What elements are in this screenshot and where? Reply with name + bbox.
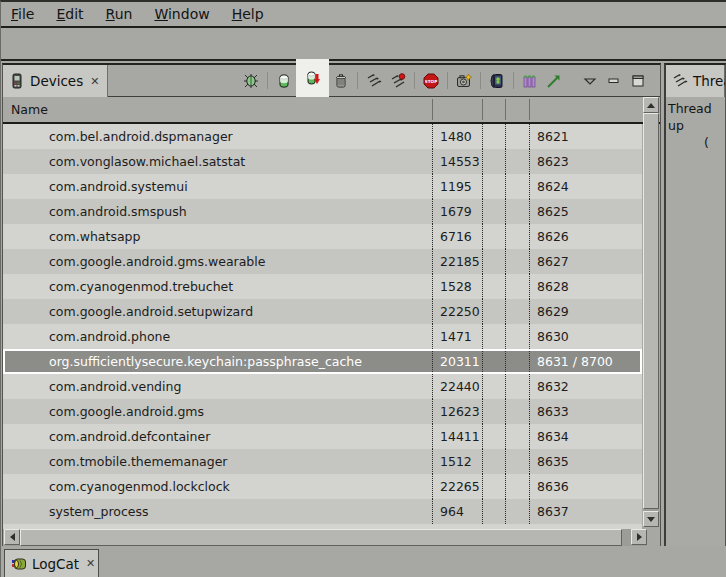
cell-port: 8630: [529, 324, 642, 349]
cell-port: 8624: [529, 174, 642, 199]
cell-name: com.whatsapp: [3, 224, 432, 249]
scroll-left-button[interactable]: [4, 529, 20, 545]
minimize-button[interactable]: [602, 65, 626, 97]
cell-pid: 1679: [432, 199, 482, 224]
table-row[interactable]: com.android.phone14718630: [3, 324, 642, 349]
start-method-profiling-button[interactable]: [386, 65, 410, 97]
table-body: com.bel.android.dspmanager14808621com.vo…: [3, 124, 642, 529]
cause-gc-button[interactable]: [329, 65, 353, 97]
chart-button[interactable]: [542, 65, 566, 97]
svg-text:STOP: STOP: [425, 79, 438, 84]
green-arrow-icon: [546, 73, 562, 89]
table-row[interactable]: com.android.defcontainer144118634: [3, 424, 642, 449]
chevron-down-icon: [582, 73, 598, 89]
cell-port: 8625: [529, 199, 642, 224]
cell-e2: [505, 274, 529, 299]
menu-window[interactable]: Window: [150, 3, 213, 25]
maximize-button[interactable]: [626, 65, 650, 97]
table-row[interactable]: com.tmobile.thememanager15128635: [3, 449, 642, 474]
minimize-icon: [606, 73, 622, 89]
cell-e1: [482, 199, 505, 224]
tab-devices-close-icon[interactable]: ✕: [88, 75, 99, 88]
cell-pid: 964: [432, 499, 482, 524]
toolbar-separator: [513, 72, 514, 89]
cell-pid: 1528: [432, 274, 482, 299]
view-menu-button[interactable]: [578, 65, 602, 97]
scroll-up-button[interactable]: [643, 97, 659, 113]
cell-e2: [505, 174, 529, 199]
column-header-pid[interactable]: [432, 99, 482, 120]
vertical-scrollbar[interactable]: [643, 97, 659, 527]
cell-name: com.android.smspush: [3, 199, 432, 224]
devices-view: Devices ✕: [2, 63, 661, 548]
arrow-down-icon: [647, 517, 655, 522]
cell-port: 8629: [529, 299, 642, 324]
column-header-3[interactable]: [505, 99, 529, 120]
cell-e2: [505, 199, 529, 224]
cell-e1: [482, 149, 505, 174]
debug-process-button[interactable]: [239, 65, 263, 97]
table-row[interactable]: com.vonglasow.michael.satstat145538623: [3, 149, 642, 174]
logcat-icon: [11, 556, 27, 572]
table-row[interactable]: com.cyanogenmod.lockclock222658636: [3, 474, 642, 499]
scroll-right-button[interactable]: [631, 529, 647, 545]
cell-name: com.cyanogenmod.lockclock: [3, 474, 432, 499]
table-row[interactable]: com.android.vending224408632: [3, 374, 642, 399]
cell-e2: [505, 399, 529, 424]
table-row[interactable]: com.bel.android.dspmanager14808621: [3, 124, 642, 149]
table-row[interactable]: com.whatsapp67168626: [3, 224, 642, 249]
cell-e2: [505, 499, 529, 524]
stop-process-button[interactable]: STOP: [419, 65, 443, 97]
cell-e2: [505, 149, 529, 174]
table-row[interactable]: com.google.android.gms126238633: [3, 399, 642, 424]
screen-capture-button[interactable]: [452, 65, 476, 97]
cell-port: 8623: [529, 149, 642, 174]
menu-help[interactable]: Help: [228, 3, 268, 25]
tab-devices[interactable]: Devices ✕: [3, 65, 108, 97]
threads-message-line2: (: [668, 134, 725, 151]
camera-icon: [456, 73, 472, 89]
tab-logcat-label: LogCat: [32, 556, 79, 572]
menu-edit[interactable]: Edit: [52, 3, 87, 25]
table-row[interactable]: com.google.android.setupwizard222508629: [3, 299, 642, 324]
dump-hprof-button[interactable]: [296, 59, 329, 97]
vertical-scrollbar-thumb[interactable]: [643, 113, 659, 509]
system-info-button[interactable]: [518, 65, 542, 97]
update-threads-button[interactable]: [362, 65, 386, 97]
cell-pid: 1512: [432, 449, 482, 474]
menu-run[interactable]: Run: [102, 3, 137, 25]
table-row[interactable]: com.cyanogenmod.trebuchet15288628: [3, 274, 642, 299]
update-heap-button[interactable]: [272, 65, 296, 97]
column-header-2[interactable]: [482, 99, 505, 120]
device-view-button[interactable]: [485, 65, 509, 97]
devices-toolbar: STOP: [239, 65, 660, 97]
cell-e2: [505, 124, 529, 149]
horizontal-scrollbar[interactable]: [4, 529, 647, 546]
cell-e2: [505, 324, 529, 349]
column-header-port[interactable]: [529, 99, 660, 120]
horizontal-scrollbar-thumb[interactable]: [20, 529, 622, 546]
cell-e2: [505, 424, 529, 449]
threads-record-icon: [390, 73, 406, 89]
table-row[interactable]: com.android.systemui11958624: [3, 174, 642, 199]
cell-e1: [482, 174, 505, 199]
threads-tabbar: Threads: [666, 65, 725, 97]
table-row[interactable]: com.google.android.gms.wearable221858627: [3, 249, 642, 274]
cell-port: 8634: [529, 424, 642, 449]
bottom-panel: LogCat ✕: [1, 546, 726, 577]
cell-port: 8626: [529, 224, 642, 249]
table-row[interactable]: com.android.smspush16798625: [3, 199, 642, 224]
table-row[interactable]: system_process9648637: [3, 499, 642, 524]
tab-logcat-close-icon[interactable]: ✕: [84, 557, 95, 570]
cell-name: com.vonglasow.michael.satstat: [3, 149, 432, 174]
cell-e1: [482, 249, 505, 274]
menu-file[interactable]: File: [7, 3, 38, 25]
column-header-name[interactable]: Name: [3, 99, 432, 120]
threads-view: Threads Thread up (: [664, 63, 726, 548]
tab-threads[interactable]: Threads: [666, 65, 725, 97]
tab-logcat[interactable]: LogCat ✕: [4, 549, 99, 577]
cell-e2: [505, 449, 529, 474]
scroll-down-button[interactable]: [643, 511, 659, 527]
arrow-left-icon: [10, 533, 15, 541]
table-row-selected[interactable]: org.sufficientlysecure.keychain:passphra…: [3, 349, 642, 374]
